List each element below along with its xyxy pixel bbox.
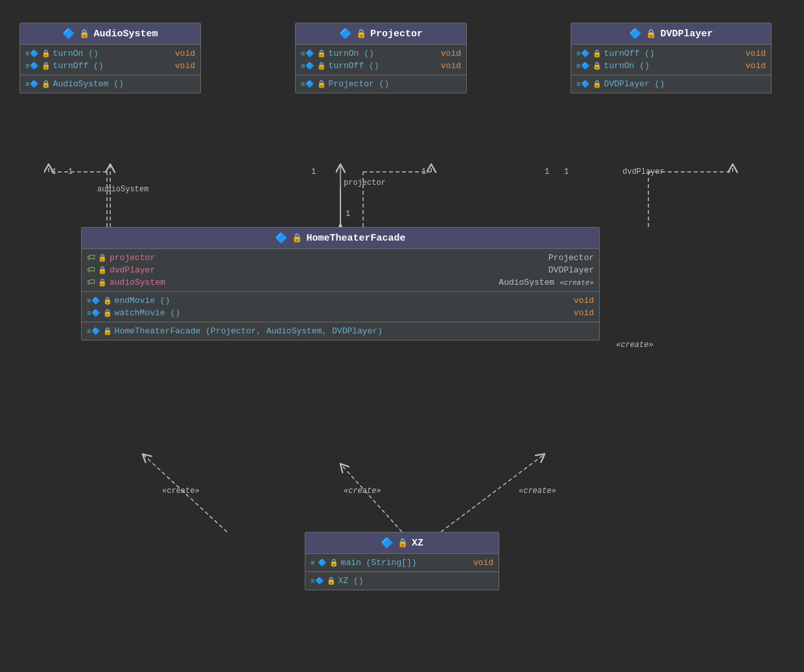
- class-dvdplayer-header: 🔷 🔒 DVDPlayer: [571, 23, 771, 45]
- turnon-method-icon: ≡🔷: [25, 49, 39, 58]
- class-projector-header: 🔷 🔒 Projector: [296, 23, 466, 45]
- audiosystem-turnon-row: ≡🔷 🔒 turnOn () void: [20, 47, 200, 60]
- projector-methods: ≡🔷 🔒 turnOn () void ≡🔷 🔒 turnOff () void: [296, 45, 466, 75]
- audiosystem-constructor-row: ≡🔷 🔒 AudioSystem (): [20, 78, 200, 90]
- xz-main: main (String[]): [341, 558, 417, 568]
- htf-watchmovie-type: void: [561, 308, 594, 318]
- audiosystem-turnon-type: void: [162, 49, 195, 58]
- label-n1-dvd2: 1: [564, 167, 569, 176]
- htf-dvdplayer-field: dvdPlayer: [110, 265, 155, 275]
- xz-main-row: ≡ 🔷 🔒 main (String[]) void: [305, 557, 499, 569]
- xz-methods: ≡ 🔷 🔒 main (String[]) void: [305, 554, 499, 572]
- xz-constructor: XZ (): [338, 576, 364, 586]
- projector-title: Projector: [370, 29, 423, 40]
- htf-constructors: ≡🔷 🔒 HomeTheaterFacade (Projector, Audio…: [82, 322, 599, 340]
- dvdplayer-turnoff-row: ≡🔷 🔒 turnOff () void: [571, 47, 771, 60]
- class-xz: 🔷 🔒 XZ ≡ 🔷 🔒 main (String[]) void ≡🔷 🔒 X…: [305, 532, 499, 590]
- class-xz-header: 🔷 🔒 XZ: [305, 533, 499, 554]
- label-audiosystem: audioSystem: [97, 185, 148, 194]
- htf-endmovie-row: ≡🔷 🔒 endMovie () void: [82, 294, 599, 307]
- label-n1-bottom: 1: [346, 210, 350, 219]
- projector-turnon-row: ≡🔷 🔒 turnOn () void: [296, 47, 466, 60]
- projector-turnoff-row: ≡🔷 🔒 turnOff () void: [296, 60, 466, 72]
- turnoff-method-icon: ≡🔷: [25, 62, 39, 70]
- label-n1-left: 1: [52, 167, 56, 176]
- dvdplayer-title: DVDPlayer: [660, 29, 713, 40]
- label-n1-proj1: 1: [311, 167, 316, 176]
- label-n1-left2: 1: [68, 167, 73, 176]
- htf-field-projector: 🏷 🔒 projector Projector: [82, 252, 599, 264]
- projector-turnon: turnOn (): [329, 49, 374, 58]
- projector-constructor-row: ≡🔷 🔒 Projector (): [296, 78, 466, 90]
- audiosystem-class-icon: 🔷: [62, 27, 75, 40]
- htf-create-stereotype: «create»: [560, 279, 594, 287]
- htf-watchmovie-row: ≡🔷 🔒 watchMovie () void: [82, 307, 599, 319]
- dvdplayer-turnon: turnOn (): [604, 61, 650, 71]
- audiosystem-constructors: ≡🔷 🔒 AudioSystem (): [20, 75, 200, 93]
- class-audiosystem: 🔷 🔒 AudioSystem ≡🔷 🔒 turnOn () void ≡🔷 🔒…: [19, 23, 201, 93]
- htf-constructor: HomeTheaterFacade (Projector, AudioSyste…: [115, 326, 383, 336]
- dvdplayer-constructor-row: ≡🔷 🔒 DVDPlayer (): [571, 78, 771, 90]
- dvdplayer-turnoff-type: void: [733, 49, 766, 58]
- dvdplayer-turnoff: turnOff (): [604, 49, 655, 58]
- projector-constructors: ≡🔷 🔒 Projector (): [296, 75, 466, 93]
- dvdplayer-constructor: DVDPlayer (): [604, 79, 665, 89]
- htf-audiosystem-field: audioSystem: [110, 278, 165, 287]
- svg-text:«create»: «create»: [616, 341, 654, 350]
- dvdplayer-turnon-row: ≡🔷 🔒 turnOn () void: [571, 60, 771, 72]
- htf-endmovie-type: void: [561, 296, 594, 306]
- audiosystem-title: AudioSystem: [93, 29, 158, 40]
- class-audiosystem-header: 🔷 🔒 AudioSystem: [20, 23, 200, 45]
- label-create2: «create»: [344, 486, 381, 496]
- audiosystem-turnoff-type: void: [162, 61, 195, 71]
- xz-main-type: void: [460, 558, 493, 568]
- htf-field-dvdplayer: 🏷 🔒 dvdPlayer DVDPlayer: [82, 264, 599, 276]
- htf-field-audiosystem: 🏷 🔒 audioSystem AudioSystem «create»: [82, 276, 599, 289]
- xz-title: XZ: [412, 538, 423, 549]
- audiosystem-turnon: turnOn (): [53, 49, 99, 58]
- class-htf-header: 🔷 🔒 HomeTheaterFacade: [82, 228, 599, 249]
- label-create1: «create»: [162, 486, 200, 496]
- audiosystem-turnoff-row: ≡🔷 🔒 turnOff () void: [20, 60, 200, 72]
- label-n1-proj2: 1: [421, 167, 426, 176]
- htf-projector-type: Projector: [549, 253, 594, 263]
- htf-audiosystem-type: AudioSystem: [499, 278, 554, 287]
- class-hometheaterfacade: 🔷 🔒 HomeTheaterFacade 🏷 🔒 projector Proj…: [81, 227, 600, 341]
- htf-title: HomeTheaterFacade: [306, 233, 405, 244]
- audiosystem-turnoff: turnOff (): [53, 61, 104, 71]
- projector-turnon-type: void: [428, 49, 461, 58]
- dvdplayer-constructors: ≡🔷 🔒 DVDPlayer (): [571, 75, 771, 93]
- htf-methods: ≡🔷 🔒 endMovie () void ≡🔷 🔒 watchMovie ()…: [82, 292, 599, 322]
- label-create3: «create»: [519, 486, 556, 496]
- dvdplayer-methods: ≡🔷 🔒 turnOff () void ≡🔷 🔒 turnOn () void: [571, 45, 771, 75]
- label-projector: projector: [344, 178, 386, 187]
- projector-turnoff: turnOff (): [329, 61, 379, 71]
- audiosystem-methods: ≡🔷 🔒 turnOn () void ≡🔷 🔒 turnOff () void: [20, 45, 200, 75]
- projector-class-icon: 🔷: [339, 27, 352, 40]
- htf-watchmovie: watchMovie (): [115, 308, 180, 318]
- audiosystem-ctor-lock: 🔒: [41, 80, 51, 88]
- svg-line-15: [340, 464, 402, 532]
- label-n1-dvd1: 1: [545, 167, 549, 176]
- audiosystem-lock-icon: 🔒: [79, 29, 89, 39]
- htf-endmovie: endMovie (): [115, 296, 171, 306]
- audiosystem-constructor: AudioSystem (): [53, 79, 124, 89]
- projector-constructor: Projector (): [329, 79, 390, 89]
- label-dvdplayer: dvdPlayer: [622, 167, 665, 176]
- htf-constructor-row: ≡🔷 🔒 HomeTheaterFacade (Projector, Audio…: [82, 325, 599, 337]
- htf-fields: 🏷 🔒 projector Projector 🏷 🔒 dvdPlayer DV…: [82, 249, 599, 292]
- projector-lock-icon: 🔒: [356, 29, 366, 39]
- turnoff-lock-icon: 🔒: [41, 62, 51, 70]
- audiosystem-ctor-icon: ≡🔷: [25, 80, 39, 88]
- htf-projector-field: projector: [110, 253, 155, 263]
- projector-turnoff-type: void: [428, 61, 461, 71]
- turnon-lock-icon: 🔒: [41, 49, 51, 58]
- class-projector: 🔷 🔒 Projector ≡🔷 🔒 turnOn () void ≡🔷 🔒 t…: [295, 23, 467, 93]
- dvdplayer-turnon-type: void: [733, 61, 766, 71]
- xz-constructor-row: ≡🔷 🔒 XZ (): [305, 575, 499, 587]
- htf-dvdplayer-type: DVDPlayer: [549, 265, 594, 275]
- class-dvdplayer: 🔷 🔒 DVDPlayer ≡🔷 🔒 turnOff () void ≡🔷 🔒 …: [571, 23, 772, 93]
- xz-constructors: ≡🔷 🔒 XZ (): [305, 572, 499, 590]
